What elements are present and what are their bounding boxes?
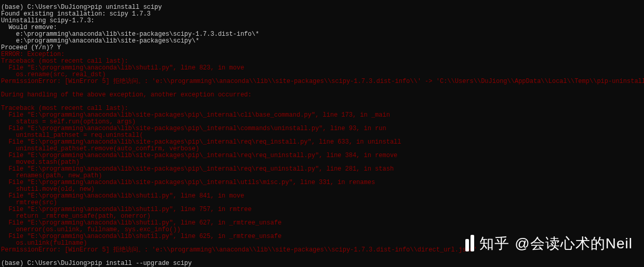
terminal-line: Proceed (Y/n)? Y bbox=[1, 45, 643, 51]
zhihu-logo-icon bbox=[465, 235, 474, 251]
terminal-line: Found existing installation: scipy 1.7.3 bbox=[1, 11, 643, 18]
terminal-output[interactable]: (base) C:\Users\DuJiong>pip uninstall sc… bbox=[0, 0, 644, 267]
terminal-line: e:\programming\anaconda\lib\site-package… bbox=[1, 38, 643, 45]
watermark-user: @会读心术的Neil bbox=[515, 240, 633, 247]
terminal-line: File "E:\programming\anaconda\lib\site-p… bbox=[1, 152, 643, 159]
watermark: 知乎 @会读心术的Neil bbox=[465, 235, 633, 251]
watermark-brand: 知乎 bbox=[479, 240, 509, 247]
terminal-line: File "E:\programming\anaconda\lib\shutil… bbox=[1, 193, 643, 200]
terminal-line: (base) C:\Users\DuJiong>pip install --up… bbox=[1, 260, 643, 267]
terminal-line: File "E:\programming\anaconda\lib\site-p… bbox=[1, 179, 643, 186]
terminal-line: Uninstalling scipy-1.7.3: bbox=[1, 18, 643, 24]
terminal-line: PermissionError: [WinError 5] 拒绝访问。: 'e:… bbox=[1, 78, 643, 85]
terminal-line: During handling of the above exception, … bbox=[1, 92, 643, 99]
